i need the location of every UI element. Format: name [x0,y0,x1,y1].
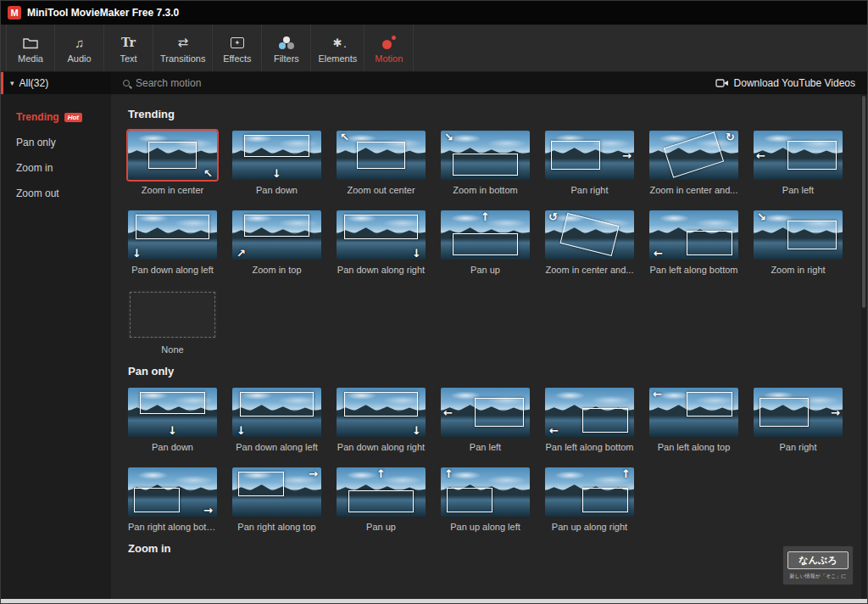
motion-arrow-icon: → [831,407,840,418]
crop-frame [787,141,837,171]
motion-item: ↻Zoom in center and... [649,131,738,195]
text-icon: Tr [121,34,136,51]
motion-label: Pan down along right [337,265,426,275]
motion-item: ↓Pan down along left [232,388,321,452]
crop-frame [582,408,628,432]
crop-frame [134,488,180,512]
motion-item: ←Pan left along bottom [649,210,738,275]
motion-thumbnail[interactable]: ↖ [128,131,217,180]
motion-thumbnail[interactable]: ← [649,388,738,437]
filter-search-band: ▾ All(32) Download YouTube Videos [1,72,867,94]
motion-label: Pan right [545,185,634,195]
motion-thumbnail[interactable]: ↺ [545,210,634,260]
download-youtube-videos-link[interactable]: Download YouTube Videos [715,77,855,89]
motion-thumbnail[interactable]: ← [545,388,634,437]
motion-label: Pan right [754,442,843,452]
motion-arrow-icon: ↖ [203,168,213,179]
motion-thumbnail[interactable]: ↓ [128,388,217,437]
sidebar-all-filter[interactable]: ▾ All(32) [1,72,111,94]
media-icon [23,34,38,51]
motion-presets-panel: Trending↖Zoom in center↓Pan down↖Zoom ou… [111,94,867,599]
search-bar: Download YouTube Videos [111,72,867,94]
crop-frame [344,392,417,417]
motion-thumbnail[interactable]: ↓ [232,131,321,180]
toolbar-tab-label: Motion [375,53,403,64]
motion-label: Pan up [337,522,426,532]
toolbar-tab-elements[interactable]: ✱▪Elements [311,25,364,71]
motion-item: ↘Zoom in bottom [441,131,530,195]
motion-thumbnail[interactable]: ↑ [337,467,426,517]
crop-frame [140,392,206,414]
toolbar-tab-audio[interactable]: ♫Audio [55,25,104,71]
motion-item: ↘Zoom in right [754,210,843,275]
toolbar-tab-label: Effects [223,53,251,64]
motion-thumbnail[interactable]: ← [649,210,738,260]
search-input[interactable] [136,77,356,89]
toolbar-tab-motion[interactable]: Motion [364,25,414,71]
motion-thumbnail[interactable]: ↓ [337,210,426,260]
motion-arrow-icon: ↓ [236,425,246,436]
toolbar-tab-label: Transitions [160,53,205,64]
motion-thumbnail[interactable]: ↘ [441,131,530,180]
motion-thumbnail[interactable]: ← [754,131,843,180]
motion-thumbnail[interactable]: → [232,467,321,517]
motion-label: Zoom in center and... [649,185,738,195]
crop-frame [136,215,209,239]
motion-item: ↖Zoom out center [337,131,426,195]
sidebar-item-zoom-in[interactable]: Zoom in [1,155,111,181]
scrollbar-thumb[interactable] [862,96,865,308]
motion-thumbnail[interactable]: ↘ [754,210,843,260]
motion-thumbnail[interactable]: ↑ [441,210,530,260]
motion-label: Pan left along top [649,442,738,452]
crop-frame [447,488,492,512]
motion-label: Pan left [754,185,843,195]
motion-arrow-icon: ↘ [444,131,453,143]
motion-item: ↓Pan down [232,131,321,195]
motion-thumbnail[interactable]: ↑ [545,467,634,517]
sidebar-item-label: Pan only [16,137,56,148]
toolbar-tab-transitions[interactable]: ⇄Transitions [153,25,213,71]
motion-arrow-icon: ↗ [236,248,246,259]
toolbar-tab-filters[interactable]: Filters [262,25,311,71]
toolbar-tab-text[interactable]: TrText [104,25,153,71]
motion-arrow-icon: ← [756,150,765,161]
sidebar-item-trending[interactable]: TrendingHot [1,104,111,130]
motion-arrow-icon: ↖ [340,131,349,143]
all-filter-label: All(32) [19,77,49,89]
motion-thumbnail[interactable]: ↗ [232,210,321,260]
sidebar-item-zoom-out[interactable]: Zoom out [1,181,111,206]
motion-thumbnail[interactable]: → [128,467,217,517]
motion-item: ↗Zoom in top [232,210,321,275]
motion-thumbnail[interactable]: ↓ [232,388,321,437]
motion-arrow-icon: ↓ [412,425,421,436]
motion-thumbnail[interactable]: → [545,131,634,180]
motion-thumbnail[interactable]: → [754,388,843,437]
motion-thumbnail[interactable]: ← [441,388,530,437]
scrollbar[interactable] [861,94,866,599]
motion-thumbnail[interactable]: ↻ [649,131,738,180]
body: TrendingHotPan onlyZoom inZoom out Trend… [1,94,867,599]
motion-arrow-icon: ↓ [132,248,142,259]
motion-arrow-icon: ↓ [168,425,177,436]
motion-label: Pan down [128,442,217,452]
motion-icon [382,34,396,51]
motion-arrow-icon: ← [443,407,453,418]
toolbar-tab-effects[interactable]: ✦Effects [213,25,262,71]
sidebar-item-pan-only[interactable]: Pan only [1,130,111,155]
motion-item: ↓Pan down along right [337,210,426,275]
motion-label: Pan down [232,185,321,195]
motion-thumbnail[interactable]: ↓ [128,210,217,260]
toolbar-tab-media[interactable]: Media [6,25,55,71]
crop-frame [582,488,628,512]
window-bottom-edge [1,599,867,603]
crop-frame [244,215,310,237]
motion-thumbnail[interactable]: ↓ [337,388,426,437]
motion-thumbnail[interactable]: ↑ [441,467,530,517]
motion-label: Pan up [441,265,530,275]
motion-thumbnail-none[interactable] [128,290,217,339]
motion-item: ↑Pan up [337,467,426,532]
motion-thumbnail[interactable]: ↖ [337,131,426,180]
sidebar-item-label: Trending [16,111,59,123]
motion-arrow-icon: ↘ [757,211,766,222]
crop-frame [240,392,313,417]
